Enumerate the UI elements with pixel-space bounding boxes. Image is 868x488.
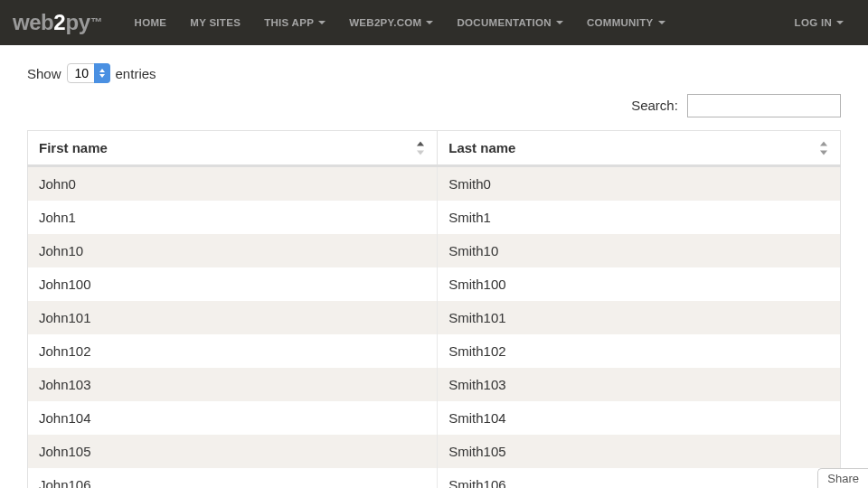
caret-down-icon	[658, 21, 665, 24]
table-row: John10Smith10	[28, 234, 841, 267]
nav-item-my-sites[interactable]: MY SITES	[178, 0, 252, 45]
search-input[interactable]	[687, 94, 841, 117]
cell-last-name: Smith103	[438, 368, 841, 401]
share-label: Share	[827, 472, 859, 485]
sort-both-icon	[818, 140, 831, 155]
table-row: John106Smith106	[28, 468, 841, 488]
share-button[interactable]: Share	[817, 468, 868, 488]
table-row: John103Smith103	[28, 368, 841, 401]
caret-down-icon	[836, 21, 844, 24]
cell-first-name: John100	[28, 267, 438, 301]
nav-item-label: THIS APP	[264, 17, 314, 28]
table-row: John1Smith1	[28, 201, 841, 234]
main-container: Show 10 entries Search: First name Last …	[0, 45, 868, 488]
table-row: John101Smith101	[28, 301, 841, 334]
cell-first-name: John102	[28, 334, 438, 368]
caret-down-icon	[318, 21, 326, 24]
cell-first-name: John104	[28, 401, 438, 435]
length-control: Show 10 entries	[27, 63, 841, 83]
col-first-name[interactable]: First name	[28, 131, 438, 166]
cell-first-name: John10	[28, 234, 438, 267]
length-prefix: Show	[27, 66, 61, 81]
cell-last-name: Smith0	[438, 166, 841, 202]
cell-last-name: Smith101	[438, 301, 841, 334]
cell-first-name: John105	[28, 435, 438, 468]
brand-py: py	[66, 10, 90, 35]
col-last-name-label: Last name	[448, 140, 515, 155]
brand-tm: ™	[91, 15, 103, 29]
nav-item-web2py-com[interactable]: WEB2PY.COM	[337, 0, 445, 45]
length-select-wrap: 10	[67, 63, 110, 83]
cell-last-name: Smith105	[438, 435, 841, 468]
cell-last-name: Smith104	[438, 401, 841, 435]
cell-first-name: John106	[28, 468, 438, 488]
search-control: Search:	[27, 94, 841, 117]
navbar-left: web 2 py ™ HOMEMY SITESTHIS APPWEB2PY.CO…	[13, 0, 677, 45]
cell-last-name: Smith1	[438, 201, 841, 234]
brand-2: 2	[53, 10, 65, 35]
col-last-name[interactable]: Last name	[438, 131, 841, 166]
nav-items-right: LOG IN	[783, 0, 855, 45]
nav-item-label: LOG IN	[795, 17, 832, 28]
table-row: John104Smith104	[28, 401, 841, 435]
cell-last-name: Smith100	[438, 267, 841, 301]
nav-item-documentation[interactable]: DOCUMENTATION	[445, 0, 574, 45]
search-label: Search:	[631, 98, 678, 113]
cell-first-name: John101	[28, 301, 438, 334]
cell-last-name: Smith102	[438, 334, 841, 368]
length-select[interactable]: 10	[67, 63, 110, 83]
header-row: First name Last name	[28, 131, 841, 166]
table-body: John0Smith0John1Smith1John10Smith10John1…	[28, 166, 841, 489]
brand-web: web	[13, 10, 53, 35]
cell-first-name: John103	[28, 368, 438, 401]
caret-down-icon	[556, 21, 563, 24]
table-row: John100Smith100	[28, 267, 841, 301]
nav-item-label: WEB2PY.COM	[349, 17, 421, 28]
brand-logo[interactable]: web 2 py ™	[13, 10, 103, 35]
length-suffix: entries	[116, 66, 156, 81]
nav-item-home[interactable]: HOME	[123, 0, 179, 45]
data-table: First name Last name John0Smith0John1Smi…	[27, 130, 841, 488]
cell-first-name: John0	[28, 166, 438, 202]
cell-last-name: Smith106	[438, 468, 841, 488]
nav-item-label: MY SITES	[190, 17, 241, 28]
cell-last-name: Smith10	[438, 234, 841, 267]
nav-item-log-in[interactable]: LOG IN	[783, 0, 855, 45]
table-row: John0Smith0	[28, 166, 841, 202]
nav-items-left: HOMEMY SITESTHIS APPWEB2PY.COMDOCUMENTAT…	[123, 0, 677, 45]
cell-first-name: John1	[28, 201, 438, 234]
nav-item-label: COMMUNITY	[587, 17, 654, 28]
table-row: John105Smith105	[28, 435, 841, 468]
table-row: John102Smith102	[28, 334, 841, 368]
caret-down-icon	[426, 21, 433, 24]
nav-item-label: DOCUMENTATION	[457, 17, 551, 28]
sort-asc-icon	[415, 140, 428, 155]
col-first-name-label: First name	[39, 140, 108, 155]
navbar: web 2 py ™ HOMEMY SITESTHIS APPWEB2PY.CO…	[0, 0, 868, 45]
nav-item-this-app[interactable]: THIS APP	[252, 0, 337, 45]
nav-item-label: HOME	[135, 17, 167, 28]
nav-item-community[interactable]: COMMUNITY	[575, 0, 677, 45]
